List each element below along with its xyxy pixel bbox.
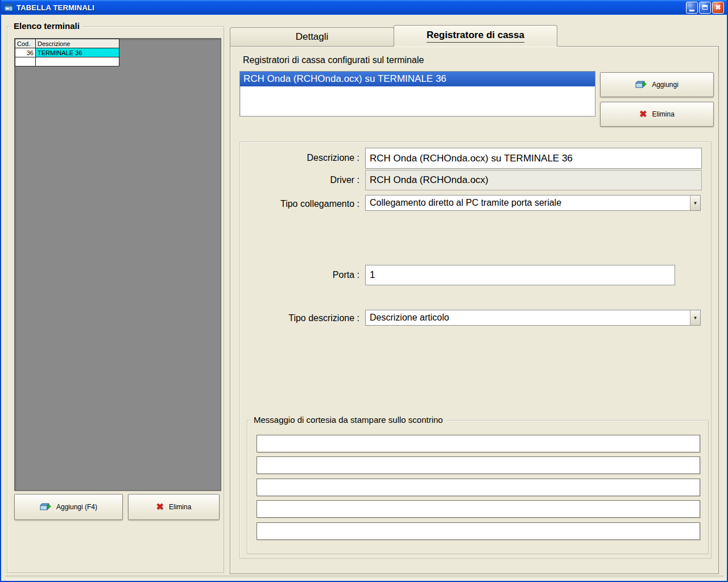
tab-dettagli[interactable]: Dettagli <box>230 27 394 46</box>
porta-label: Porta : <box>240 270 359 280</box>
tab-registratore-di-cassa[interactable]: Registratore di cassa <box>394 25 557 47</box>
list-item[interactable]: RCH Onda (RCHOnda.ocx) su TERMINALE 36 <box>240 72 595 86</box>
add-table-icon <box>40 502 51 513</box>
restore-button[interactable] <box>699 2 711 14</box>
cash-register-listbox[interactable]: RCH Onda (RCHOnda.ocx) su TERMINALE 36 <box>239 71 595 117</box>
courtesy-line-1-input[interactable] <box>257 435 700 452</box>
courtesy-line-2-input[interactable] <box>257 456 700 474</box>
grid-col-cod: Cod. <box>15 39 36 48</box>
courtesy-line-3-input[interactable] <box>257 479 700 496</box>
cash-register-form: Descrizione : Driver : RCH Onda (RCHOnda… <box>239 142 712 559</box>
cell-cod-empty[interactable] <box>15 57 36 66</box>
courtesy-line-5-input[interactable] <box>257 522 700 540</box>
terminal-list-group: Elenco terminali Cod. Descrizione 36 TER… <box>7 26 224 573</box>
courtesy-message-title: Messaggio di cortesia da stampare sullo … <box>251 415 446 425</box>
driver-value: RCH Onda (RCHOnda.ocx) <box>370 174 489 186</box>
delete-x-icon: ✖ <box>156 502 164 512</box>
add-table-icon <box>635 80 647 90</box>
tipo-collegamento-label: Tipo collegamento : <box>240 199 359 209</box>
courtesy-line-4-input[interactable] <box>257 500 700 518</box>
chevron-down-icon[interactable]: ▼ <box>690 310 700 325</box>
grid-header-row: Cod. Descrizione <box>15 39 221 48</box>
tipo-descrizione-select[interactable]: Descrizione articolo ▼ <box>365 310 701 326</box>
table-row-empty[interactable] <box>15 57 221 66</box>
add-cash-register-button[interactable]: Aggiungi <box>600 72 714 97</box>
add-terminal-button[interactable]: Aggiungi (F4) <box>14 494 123 520</box>
grid-col-descrizione: Descrizione <box>35 39 119 48</box>
cell-cod[interactable]: 36 <box>15 48 36 57</box>
minimize-button[interactable] <box>686 2 698 14</box>
tipo-collegamento-select[interactable]: Collegamento diretto al PC tramite porta… <box>365 195 701 211</box>
app-window: TABELLA TERMINALI ✖ Elenco terminali Cod… <box>0 0 728 582</box>
cell-descrizione-empty[interactable] <box>35 57 119 66</box>
delete-terminal-label: Elimina <box>169 503 191 511</box>
add-terminal-label: Aggiungi (F4) <box>56 503 97 511</box>
driver-value-field: RCH Onda (RCHOnda.ocx) <box>365 170 702 190</box>
tab-dettagli-label: Dettagli <box>296 31 329 43</box>
delete-cash-register-button[interactable]: ✖ Elimina <box>600 102 714 127</box>
minimize-icon <box>689 10 694 11</box>
tipo-descrizione-value: Descrizione articolo <box>366 310 690 325</box>
chevron-down-icon[interactable]: ▼ <box>690 196 700 210</box>
porta-input[interactable] <box>365 265 675 285</box>
tipo-collegamento-value: Collegamento diretto al PC tramite porta… <box>366 196 690 210</box>
table-row[interactable]: 36 TERMINALE 36 <box>15 48 221 57</box>
delete-x-icon: ✖ <box>639 110 647 119</box>
terminal-grid[interactable]: Cod. Descrizione 36 TERMINALE 36 <box>14 38 221 491</box>
courtesy-message-group: Messaggio di cortesia da stampare sullo … <box>247 420 709 554</box>
terminal-list-title: Elenco terminali <box>11 21 82 31</box>
add-cash-register-label: Aggiungi <box>652 81 679 89</box>
app-icon <box>4 3 14 13</box>
title-bar: TABELLA TERMINALI ✖ <box>1 0 727 15</box>
status-bar <box>6 576 723 580</box>
descrizione-input[interactable] <box>365 148 702 169</box>
tipo-descrizione-label: Tipo descrizione : <box>240 313 359 323</box>
delete-terminal-button[interactable]: ✖ Elimina <box>128 494 220 520</box>
cell-descrizione[interactable]: TERMINALE 36 <box>35 48 119 57</box>
driver-label: Driver : <box>240 175 359 185</box>
window-title: TABELLA TERMINALI <box>16 3 94 12</box>
tab-registratore-label: Registratore di cassa <box>427 30 524 43</box>
delete-cash-register-label: Elimina <box>652 110 675 118</box>
restore-icon <box>702 5 708 10</box>
titlebar-buttons: ✖ <box>686 2 724 14</box>
descrizione-label: Descrizione : <box>240 153 359 163</box>
cash-register-tab-page: Registratori di cassa configurati sul te… <box>230 46 719 574</box>
close-icon: ✖ <box>715 4 721 11</box>
close-button[interactable]: ✖ <box>712 2 724 14</box>
configured-registers-label: Registratori di cassa configurati sul te… <box>243 55 424 65</box>
